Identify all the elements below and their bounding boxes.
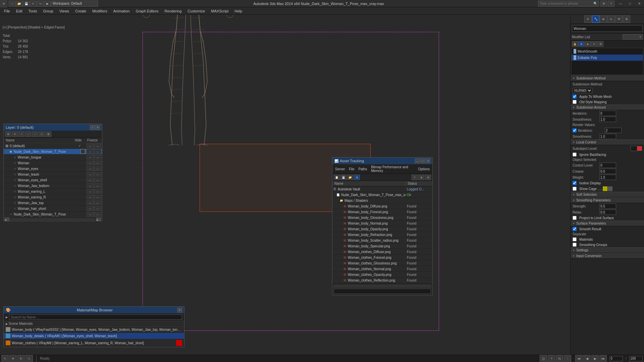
- layer-freeze-btn[interactable]: —: [94, 178, 101, 182]
- asset-menu-server[interactable]: Server: [334, 167, 346, 171]
- menu-group[interactable]: Group: [40, 8, 56, 14]
- soft-selection-section[interactable]: Soft Selection: [571, 192, 644, 197]
- make-unique-btn[interactable]: ◈: [585, 41, 591, 47]
- layer-hide-btn[interactable]: —: [87, 161, 94, 165]
- scroll-right-btn[interactable]: >: [96, 218, 101, 221]
- menu-customize[interactable]: Customize: [185, 8, 208, 14]
- layer-freeze-btn[interactable]: —: [94, 183, 101, 188]
- list-item[interactable]: ☆ Woman_leash — —: [4, 172, 102, 177]
- select-tool[interactable]: ↖: [1, 355, 9, 362]
- asset-settings-btn[interactable]: ⚙: [425, 175, 431, 180]
- list-item[interactable]: ☆ Woman_earring_L — —: [4, 189, 102, 194]
- layer-scrollbar[interactable]: < >: [4, 217, 102, 221]
- lock-stack-btn[interactable]: 🔒: [572, 41, 578, 47]
- layer-freeze-btn[interactable]: —: [94, 161, 101, 165]
- local-control-section[interactable]: Local Control: [571, 139, 644, 145]
- frame-input[interactable]: [609, 356, 623, 361]
- layer-hide-btn[interactable]: —: [87, 172, 94, 177]
- subdivision-method-section[interactable]: Subdivision Method: [571, 75, 644, 81]
- minimize-btn[interactable]: —: [616, 0, 625, 7]
- list-item[interactable]: ☆ Woman_eyes_shell — —: [4, 177, 102, 183]
- menu-rendering[interactable]: Rendering: [162, 8, 184, 14]
- list-item[interactable]: 🖼 Woman_clothes_Opacity.png Found: [332, 272, 432, 278]
- asset-tool-3[interactable]: 📁: [347, 175, 353, 180]
- list-item[interactable]: 🖼 Woman_body_Glossiness.png Found: [332, 215, 432, 221]
- spinner-snap-btn[interactable]: ⋮: [564, 355, 571, 362]
- list-item[interactable]: 🖼 Woman_clothes_Glossiness.png Found: [332, 260, 432, 266]
- asset-menu-bitmap[interactable]: Bitmap Performance and Memory: [370, 165, 415, 173]
- close-btn[interactable]: ✕: [635, 0, 644, 7]
- redo-btn[interactable]: ↪: [37, 1, 44, 7]
- save-btn[interactable]: 💾: [23, 1, 30, 7]
- settings-section[interactable]: Settings: [571, 247, 644, 253]
- snap-btn[interactable]: ◫: [540, 355, 547, 362]
- smoothness-input[interactable]: [599, 117, 616, 122]
- undo-btn[interactable]: ↩: [30, 1, 37, 7]
- workspace-select[interactable]: [51, 1, 98, 7]
- list-item[interactable]: 🖼 Woman_body_Specular.png Found: [332, 243, 432, 249]
- render-iterations-input[interactable]: [605, 128, 622, 133]
- new-btn[interactable]: □: [9, 1, 15, 7]
- layer-hide-btn[interactable]: —: [87, 155, 94, 160]
- weight-input[interactable]: [599, 175, 616, 180]
- layer-freeze-btn[interactable]: —: [94, 189, 101, 194]
- list-item[interactable]: ■ Nude_Dark_Skin_Woman_T_Pose — —: [4, 149, 102, 155]
- control-level-input[interactable]: [599, 163, 616, 168]
- list-item[interactable]: 🖼 Woman_body_Opacity.png Found: [332, 226, 432, 232]
- material-search-input[interactable]: [9, 314, 182, 320]
- input-conversion-section[interactable]: Input Conversion: [571, 253, 644, 259]
- layer-freeze-btn[interactable]: —: [94, 212, 101, 217]
- list-item[interactable]: 🖼 Woman_body_Scatter_radius.png Found: [332, 238, 432, 243]
- layer-hide-btn[interactable]: —: [87, 200, 94, 205]
- layer-tool-6[interactable]: ⬡: [39, 131, 45, 137]
- menu-maxscript[interactable]: MAXScript: [208, 8, 231, 14]
- layer-freeze-btn[interactable]: —: [94, 166, 101, 171]
- list-item[interactable]: 🖼 Woman_body_Fresnel.png Found: [332, 209, 432, 215]
- layer-freeze-btn[interactable]: —: [94, 143, 101, 148]
- scroll-left-btn[interactable]: <: [4, 218, 10, 221]
- layer-tool-4[interactable]: ↑: [25, 131, 31, 137]
- scale-tool[interactable]: ⤡: [25, 355, 33, 362]
- menu-views[interactable]: Views: [57, 8, 72, 14]
- layer-tool-1[interactable]: ⚙: [5, 131, 11, 137]
- list-item[interactable]: 📄 Nude_Dark_Skin_Woman_T_Pose_max_vray.m…: [332, 192, 432, 198]
- asset-tool-4[interactable]: ⊞: [354, 175, 360, 180]
- hierarchy-panel-btn[interactable]: ⊕: [600, 15, 607, 23]
- list-item[interactable]: 📁 Maps / Shaders: [332, 198, 432, 203]
- layer-hide-btn[interactable]: —: [87, 166, 94, 171]
- layer-freeze-btn[interactable]: —: [94, 155, 101, 160]
- show-cage-cb[interactable]: [573, 187, 577, 191]
- apply-whole-mesh-cb[interactable]: [573, 95, 577, 99]
- layer-freeze-btn[interactable]: —: [94, 200, 101, 205]
- render-iterations-cb[interactable]: [573, 128, 577, 132]
- isoline-display-cb[interactable]: [573, 181, 577, 185]
- strength-input[interactable]: [599, 203, 616, 209]
- old-style-mapping-cb[interactable]: [573, 100, 577, 104]
- menu-tools[interactable]: Tools: [26, 8, 40, 14]
- layer-freeze-btn[interactable]: —: [94, 172, 101, 177]
- menu-create[interactable]: Create: [72, 8, 89, 14]
- project-to-limit-cb[interactable]: [573, 216, 577, 220]
- next-frame-btn[interactable]: ▶: [591, 355, 599, 362]
- motion-panel-btn[interactable]: ⊙: [607, 15, 615, 23]
- list-item[interactable]: 🖼 Woman_body_Refraction.png Found: [332, 232, 432, 238]
- menu-edit[interactable]: Edit: [13, 8, 25, 14]
- menu-graph-editors[interactable]: Graph Editors: [133, 8, 161, 14]
- list-item[interactable]: 🖼 Woman_clothes_Diffuse.png Found: [332, 249, 432, 255]
- modifier-row[interactable]: Editable Poly: [572, 55, 643, 61]
- menu-file[interactable]: File: [1, 8, 13, 14]
- viewport[interactable]: [+] [Perspective] [Shaded + Edged Faces]…: [0, 15, 570, 355]
- smooth-result-cb[interactable]: [573, 227, 577, 231]
- list-item[interactable]: Woman_clothes ( VRayMtl ) [Woman_earring…: [4, 339, 184, 347]
- asset-scrollbar[interactable]: [332, 283, 432, 287]
- list-item[interactable]: ☆ Woman_earring_R — —: [4, 194, 102, 200]
- list-item[interactable]: ☆ Woman_tongue — —: [4, 155, 102, 160]
- list-item[interactable]: ☆ Woman_Jaw_bottom — —: [4, 183, 102, 189]
- play-btn[interactable]: ⏮: [575, 355, 583, 362]
- open-btn[interactable]: 📂: [16, 1, 22, 7]
- layer-hide-btn[interactable]: —: [87, 212, 94, 217]
- layer-tool-2[interactable]: ✕: [12, 131, 18, 137]
- list-item[interactable]: Woman_body ( VRayFastSSS2 ) [Woman, Woma…: [4, 326, 184, 333]
- list-item[interactable]: 🖼 Woman_body_Diffuse.png Found: [332, 203, 432, 209]
- utilities-panel-btn[interactable]: ⚙: [623, 15, 630, 23]
